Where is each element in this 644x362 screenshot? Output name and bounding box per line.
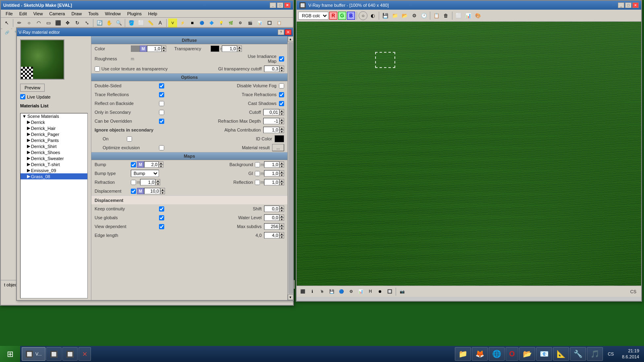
maximize-btn[interactable]: □	[277, 2, 283, 8]
color-texture-checkbox[interactable]	[95, 66, 100, 72]
double-sided-checkbox[interactable]	[159, 83, 164, 88]
vray-minimize-btn[interactable]: _	[618, 2, 624, 8]
vray-bottom-btn2[interactable]: ℹ	[308, 287, 317, 296]
tool-circle[interactable]: ○	[25, 19, 33, 27]
shift-spin-up[interactable]: ▲	[279, 206, 284, 209]
reflection-checkbox[interactable]	[255, 180, 260, 185]
maps-section-header[interactable]: Maps	[91, 152, 287, 160]
bg-checkbox[interactable]	[255, 162, 260, 167]
cutoff-spin-down[interactable]: ▼	[279, 112, 284, 115]
vray-save-btn[interactable]: 💾	[381, 11, 390, 20]
bg-spin-down[interactable]: ▼	[279, 165, 284, 168]
vray-btn6[interactable]: 💡	[217, 19, 225, 27]
vray-color-btn[interactable]: 🎨	[473, 11, 482, 20]
menu-view[interactable]: View	[30, 10, 46, 17]
vray-tool-b[interactable]: B	[347, 12, 355, 20]
vray-btn13[interactable]: 🔗	[2, 28, 11, 37]
menu-plugins[interactable]: Plugins	[124, 10, 145, 17]
vray-btn10[interactable]: 📊	[255, 19, 264, 27]
scroll-down-btn[interactable]: ▼	[288, 294, 293, 300]
tree-item-derrick-sweater[interactable]: ▶ Derrick_Sweater	[21, 155, 87, 161]
transparency-swatch[interactable]	[211, 45, 219, 52]
menu-tools[interactable]: Tools	[85, 10, 102, 17]
tree-scene-materials[interactable]: ▼ Scene Materials	[21, 113, 87, 119]
trans-spin-down[interactable]: ▼	[237, 49, 242, 52]
shift-value[interactable]	[264, 206, 279, 212]
tree-item-derrick-shirt[interactable]: ▶ Derrick_Shirt	[21, 143, 87, 149]
alpha-spin-up[interactable]: ▲	[279, 127, 284, 130]
water-spin-down[interactable]: ▼	[279, 218, 284, 221]
gi-spin-up[interactable]: ▲	[279, 66, 284, 69]
tree-item-derrick-tshirt[interactable]: ▶ Derrick_T-shirt	[21, 161, 87, 167]
vray-settings-btn[interactable]: ⚙	[410, 11, 419, 20]
vray-srgb-btn[interactable]: ○	[359, 11, 367, 20]
vray-bottom-btn8[interactable]: H	[366, 287, 375, 296]
vray-btn4[interactable]: 🔵	[197, 19, 206, 27]
disp-spin-down[interactable]: ▼	[160, 191, 165, 194]
color-m-btn[interactable]: M	[140, 45, 147, 52]
displacement-value[interactable]	[144, 188, 160, 194]
vray-btn3[interactable]: ⏹	[188, 19, 196, 27]
vray-bottom-btn5[interactable]: 🔵	[337, 287, 346, 296]
edge-spin-up[interactable]: ▲	[279, 232, 284, 235]
vray-bottom-btn9[interactable]: ⏺	[376, 287, 384, 296]
bump-value[interactable]	[144, 161, 159, 168]
tool-scale[interactable]: ⤡	[83, 19, 91, 27]
tool-pencil[interactable]: ✏	[15, 19, 24, 27]
vray-bottom-btn10[interactable]: 🔲	[385, 287, 394, 296]
vray-copy-btn[interactable]: 📋	[432, 11, 441, 20]
only-secondary-checkbox[interactable]	[159, 110, 164, 115]
material-result-btn[interactable]: ...	[272, 144, 284, 151]
editor-scroll[interactable]: Diffuse Color M ▲ ▼ Transparency m	[91, 36, 293, 300]
tool-arc[interactable]: ◠	[34, 19, 43, 27]
tool-tape[interactable]: 📏	[146, 19, 155, 27]
alpha-spin-down[interactable]: ▼	[279, 130, 284, 133]
vray-wb-btn[interactable]: ◐	[368, 11, 377, 20]
reflect-backside-checkbox[interactable]	[159, 101, 164, 106]
refraction-spin-up[interactable]: ▲	[279, 118, 284, 121]
vray-history-btn[interactable]: 🕐	[419, 11, 428, 20]
id-color-swatch[interactable]	[275, 135, 284, 142]
taskbar-launch-8[interactable]: 🔧	[570, 347, 586, 361]
on-checkbox[interactable]	[127, 136, 132, 142]
taskbar-app2[interactable]: 🔲	[62, 347, 78, 361]
vray-btn2[interactable]: ⚡	[178, 19, 187, 27]
refraction-value[interactable]	[263, 118, 279, 124]
color-swatch[interactable]	[131, 45, 140, 52]
taskbar-launch-6[interactable]: 📧	[536, 347, 552, 361]
vray-maximize-btn[interactable]: □	[625, 2, 632, 8]
color-mode-dropdown[interactable]: RGB color Alpha	[298, 12, 328, 20]
tool-paint[interactable]: 🪣	[127, 19, 136, 27]
preview-button[interactable]: Preview	[20, 84, 45, 92]
tool-push[interactable]: ⬛	[54, 19, 62, 27]
tool-select[interactable]: ↖	[2, 19, 11, 27]
menu-help[interactable]: Help	[145, 10, 161, 17]
start-button[interactable]: ⊞	[0, 346, 20, 362]
vray-bottom-btn6[interactable]: ⚙	[347, 287, 355, 296]
tree-item-derrick-hair[interactable]: ▶ Derrick_Hair	[21, 125, 87, 131]
bump-spin-up[interactable]: ▲	[159, 161, 163, 165]
gi-spin-down[interactable]: ▼	[279, 69, 284, 72]
live-update-checkbox[interactable]	[20, 94, 25, 99]
taskbar-app3[interactable]: ✕	[78, 347, 91, 361]
taskbar-launch-1[interactable]: 📁	[455, 347, 471, 361]
disp-spin-up[interactable]: ▲	[160, 188, 165, 191]
gi-transparency-value[interactable]	[264, 66, 279, 72]
scroll-up-btn[interactable]: ▲	[288, 36, 293, 42]
vray-btn11[interactable]: 🔲	[265, 19, 274, 27]
keep-continuity-checkbox[interactable]	[159, 206, 164, 212]
tree-item-grass[interactable]: ▶ Grass_08	[21, 173, 87, 179]
mat-close-btn[interactable]: ✕	[285, 29, 291, 35]
close-btn[interactable]: ✕	[284, 2, 291, 8]
menu-window[interactable]: Window	[102, 10, 124, 17]
vray-bottom-btn3[interactable]: 🖱	[318, 287, 326, 296]
reflection-value[interactable]	[264, 179, 279, 185]
taskbar-launch-3[interactable]: 🌐	[489, 347, 505, 361]
minimize-btn[interactable]: _	[270, 2, 276, 8]
tree-item-emissive[interactable]: ▶ Emissive_09	[21, 167, 87, 173]
vray-bottom-btn4[interactable]: 💾	[327, 287, 336, 296]
maxsub-spin-down[interactable]: ▼	[279, 226, 284, 230]
vray-clear-btn[interactable]: 🗑	[442, 11, 450, 20]
tree-item-derrick-pants[interactable]: ▶ Derrick_Pants	[21, 137, 87, 143]
diffuse-section-header[interactable]: Diffuse	[91, 36, 287, 44]
